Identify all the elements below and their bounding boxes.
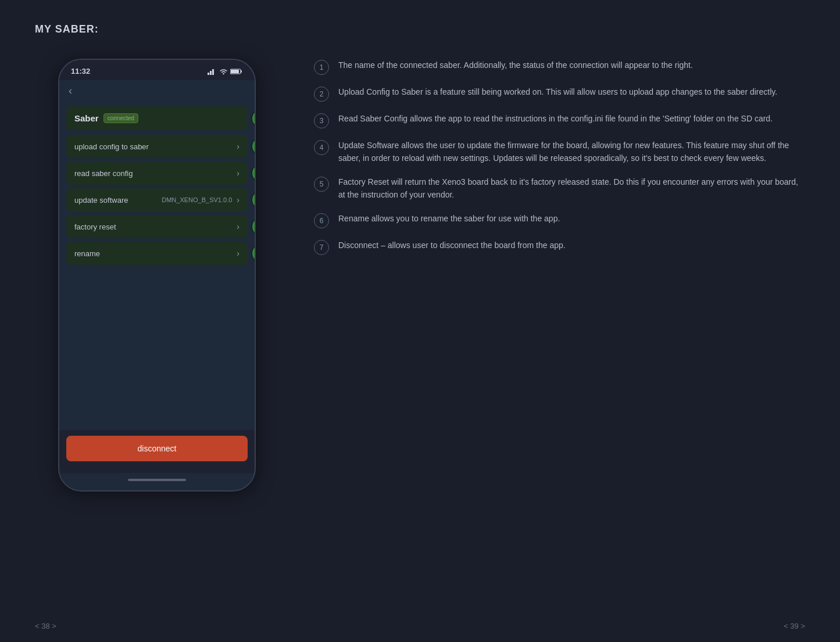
annotation-2: 2 Upload Config to Saber is a feature st… — [314, 85, 805, 102]
annotation-1: 1 The name of the connected saber. Addit… — [314, 59, 805, 75]
wifi-icon — [219, 68, 228, 75]
page-container: MY SABER: 11:32 — [0, 0, 840, 610]
menu-item-label: read saber config — [74, 169, 133, 178]
menu-item-right: › — [237, 222, 240, 231]
phone-menu-list: Saber connected 1 upload config to saber… — [59, 104, 255, 267]
menu-item-right: DMN_XENO_B_SV1.0.0 › — [162, 195, 240, 205]
annotation-text-1: The name of the connected saber. Additio… — [338, 59, 805, 71]
menu-item-rename[interactable]: rename › 6 — [66, 242, 248, 265]
menu-item-label: rename — [74, 249, 100, 258]
chevron-icon: › — [237, 168, 240, 178]
phone-status-bar: 11:32 — [59, 60, 255, 80]
saber-title-left: Saber connected — [74, 113, 138, 123]
phone-spacer — [59, 267, 255, 430]
phone-mockup: 11:32 — [58, 59, 256, 492]
saber-label: Saber — [74, 113, 99, 123]
page-number-left: < 38 > — [35, 622, 56, 630]
saber-title-row: Saber connected 1 — [66, 106, 248, 130]
menu-item-right: › — [237, 142, 240, 151]
chevron-icon: › — [237, 142, 240, 151]
menu-item-label: update software — [74, 196, 128, 205]
software-version: DMN_XENO_B_SV1.0.0 — [162, 196, 232, 203]
annotation-number-6: 6 — [314, 213, 329, 228]
annotation-text-7: Disconnect – allows user to disconnect t… — [338, 239, 805, 252]
annotation-text-4: Update Software allows the user to updat… — [338, 139, 805, 165]
menu-item-update-software[interactable]: update software DMN_XENO_B_SV1.0.0 › 4 — [66, 188, 248, 211]
phone-header: ‹ — [59, 80, 255, 104]
disconnect-wrapper: disconnect 7 — [59, 430, 255, 473]
svg-rect-1 — [210, 71, 212, 75]
menu-item-label: upload config to saber — [74, 142, 149, 151]
home-indicator-area — [59, 473, 255, 490]
phone-section: 11:32 — [35, 53, 279, 492]
badge-6: 6 — [251, 243, 256, 263]
annotation-text-6: Rename allows you to rename the saber fo… — [338, 212, 805, 225]
svg-rect-5 — [231, 70, 239, 73]
annotation-5: 5 Factory Reset will return the Xeno3 bo… — [314, 175, 805, 202]
menu-item-factory-reset[interactable]: factory reset › 5 — [66, 215, 248, 238]
annotation-3: 3 Read Saber Config allows the app to re… — [314, 112, 805, 128]
badge-5: 5 — [251, 217, 256, 236]
annotation-text-3: Read Saber Config allows the app to read… — [338, 112, 805, 125]
annotation-number-4: 4 — [314, 140, 329, 155]
svg-rect-2 — [212, 69, 214, 75]
annotation-4: 4 Update Software allows the user to upd… — [314, 139, 805, 165]
status-icons — [208, 68, 243, 75]
disconnect-button[interactable]: disconnect — [66, 436, 248, 461]
annotations-section: 1 The name of the connected saber. Addit… — [314, 53, 805, 255]
badge-2: 2 — [251, 137, 256, 156]
svg-rect-0 — [208, 73, 209, 75]
annotation-7: 7 Disconnect – allows user to disconnect… — [314, 239, 805, 255]
menu-item-right: › — [237, 168, 240, 178]
content-area: 11:32 — [35, 53, 805, 598]
badge-4: 4 — [251, 190, 256, 210]
annotation-number-7: 7 — [314, 240, 329, 255]
svg-rect-4 — [241, 70, 242, 73]
annotation-number-3: 3 — [314, 113, 329, 128]
badge-1: 1 — [251, 109, 256, 128]
annotation-number-1: 1 — [314, 60, 329, 75]
badge-3: 3 — [251, 163, 256, 183]
menu-item-upload-config[interactable]: upload config to saber › 2 — [66, 135, 248, 158]
chevron-icon: › — [237, 222, 240, 231]
page-numbers: < 38 > < 39 > — [0, 610, 840, 642]
annotation-text-2: Upload Config to Saber is a feature stil… — [338, 85, 805, 98]
annotation-text-5: Factory Reset will return the Xeno3 boar… — [338, 175, 805, 202]
battery-icon — [230, 68, 243, 75]
chevron-icon: › — [237, 195, 240, 205]
page-number-right: < 39 > — [784, 622, 805, 630]
back-button[interactable]: ‹ — [69, 85, 72, 97]
page-title: MY SABER: — [35, 23, 805, 35]
chevron-icon: › — [237, 249, 240, 258]
menu-item-read-config[interactable]: read saber config › 3 — [66, 162, 248, 185]
home-bar — [128, 479, 186, 481]
phone-time: 11:32 — [71, 67, 90, 76]
menu-item-label: factory reset — [74, 223, 116, 231]
signal-icon — [208, 68, 217, 75]
annotation-number-5: 5 — [314, 177, 329, 192]
connected-badge: connected — [103, 113, 138, 123]
menu-item-right: › — [237, 249, 240, 258]
annotation-number-2: 2 — [314, 87, 329, 102]
annotation-6: 6 Rename allows you to rename the saber … — [314, 212, 805, 228]
